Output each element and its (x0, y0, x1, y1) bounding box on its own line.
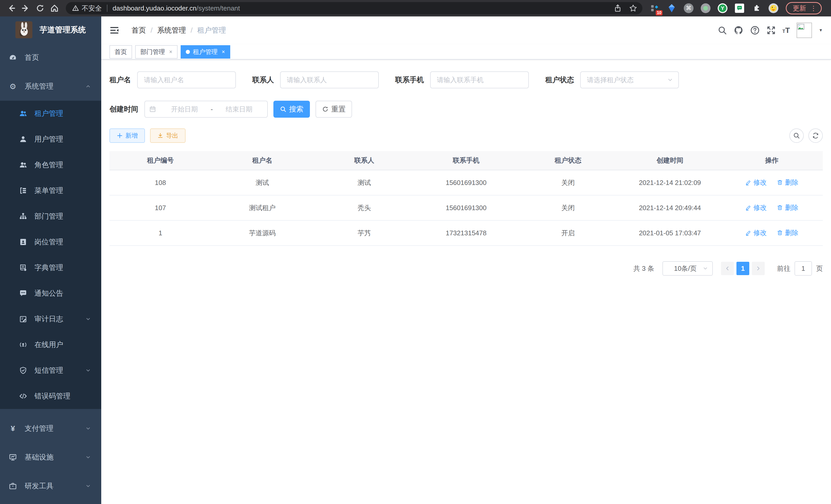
cell-status: 关闭 (517, 170, 619, 195)
sidebar-item-audit[interactable]: 审计日志 (0, 306, 101, 332)
mobile-input[interactable] (430, 71, 529, 88)
github-icon[interactable] (734, 25, 743, 35)
reset-button-label: 重置 (331, 104, 346, 114)
breadcrumb-separator: / (150, 26, 153, 34)
filter-row-2: 创建时间 开始日期 - 结束日期 (110, 101, 823, 118)
edit-link[interactable]: 修改 (745, 203, 767, 212)
cell-contact: 测试 (313, 170, 415, 195)
sidebar-collapse-icon[interactable] (110, 25, 119, 35)
current-page-button[interactable]: 1 (737, 262, 749, 275)
extension-kite-icon[interactable] (666, 3, 677, 13)
cell-tenant-name: 芋道源码 (211, 220, 314, 245)
reset-button[interactable]: 重置 (316, 101, 352, 118)
trash-icon (777, 205, 783, 211)
breadcrumb-home[interactable]: 首页 (132, 25, 146, 35)
sidebar-item-pay[interactable]: ¥ 支付管理 (0, 414, 101, 443)
browser-menu-dots-icon[interactable]: ⋮ (810, 4, 817, 12)
prev-page-button[interactable] (721, 262, 734, 275)
header-search-icon[interactable] (718, 26, 727, 35)
tabs-bar: 首页 部门管理 × 租户管理 × (101, 44, 831, 60)
search-button[interactable]: 搜索 (274, 101, 310, 118)
sidebar-item-devtool[interactable]: 研发工具 (0, 472, 101, 500)
cell-mobile: 15601691300 (415, 195, 517, 220)
tab-home[interactable]: 首页 (110, 45, 132, 59)
avatar[interactable] (797, 23, 812, 38)
browser-back-icon[interactable] (4, 1, 19, 16)
fullscreen-icon[interactable] (767, 26, 776, 35)
browser-forward-icon[interactable] (19, 1, 33, 16)
bookmark-star-icon[interactable] (629, 4, 637, 12)
contact-input[interactable] (280, 71, 379, 88)
tab-close-icon[interactable]: × (169, 49, 172, 55)
extension-puzzle-icon[interactable] (751, 3, 762, 13)
status-select[interactable]: 请选择租户状态 (580, 71, 679, 88)
delete-link[interactable]: 删除 (777, 178, 798, 187)
extension-emoji-icon[interactable] (768, 3, 779, 13)
export-button[interactable]: 导出 (150, 128, 185, 143)
refresh-table-icon[interactable] (808, 128, 823, 143)
sidebar-item-infra[interactable]: 基础设施 (0, 443, 101, 472)
delete-link[interactable]: 删除 (777, 228, 798, 237)
cell-mobile: 15601691300 (415, 170, 517, 195)
user-icon (19, 135, 27, 143)
sidebar-item-role[interactable]: 角色管理 (0, 152, 101, 178)
sidebar-item-user[interactable]: 用户管理 (0, 126, 101, 152)
date-start-placeholder[interactable]: 开始日期 (160, 105, 209, 114)
page-size-select[interactable]: 10条/页 (662, 261, 713, 276)
col-mobile: 联系手机 (415, 151, 517, 170)
sidebar-item-label: 在线用户 (34, 340, 63, 350)
date-end-placeholder[interactable]: 结束日期 (215, 105, 263, 114)
omnibox-divider (107, 5, 107, 12)
sidebar-item-errorcode[interactable]: 错误码管理 (0, 383, 101, 409)
cell-actions: 修改 删除 (721, 195, 823, 220)
sidebar-item-dict[interactable]: 字典管理 (0, 255, 101, 280)
tab-dept[interactable]: 部门管理 × (135, 45, 177, 59)
delete-link[interactable]: 删除 (777, 203, 798, 212)
browser-home-icon[interactable] (47, 1, 62, 16)
sidebar-item-notice[interactable]: 通知公告 (0, 280, 101, 306)
avatar-dropdown-caret-icon[interactable]: ▼ (819, 28, 823, 33)
active-tab-dot (186, 50, 190, 54)
address-bar[interactable]: 不安全 dashboard.yudao.iocoder.cn/system/te… (66, 2, 642, 14)
sidebar-item-sms[interactable]: 短信管理 (0, 358, 101, 383)
tab-close-icon[interactable]: × (222, 49, 225, 55)
cell-actions: 修改 删除 (721, 220, 823, 245)
tenant-name-input[interactable] (137, 71, 236, 88)
table-row: 107 测试租户 秃头 15601691300 关闭 2021-12-14 20… (110, 195, 823, 220)
sidebar-item-home[interactable]: 首页 (0, 43, 101, 72)
extension-chat-icon[interactable] (735, 3, 745, 13)
extension-blocker-icon[interactable]: 10 (650, 3, 660, 13)
font-size-icon[interactable]: TT (782, 26, 790, 35)
cell-tenant-id: 1 (110, 220, 211, 245)
browser-update-button[interactable]: 更新 ⋮ (786, 2, 822, 14)
share-icon[interactable] (613, 4, 622, 12)
tab-tenant[interactable]: 租户管理 × (181, 45, 230, 59)
edit-link[interactable]: 修改 (745, 178, 767, 187)
date-range-picker[interactable]: 开始日期 - 结束日期 (144, 101, 268, 118)
chevron-down-icon (703, 266, 708, 271)
show-search-toggle-icon[interactable] (790, 128, 804, 143)
add-button[interactable]: 新增 (110, 128, 145, 143)
extension-dot-icon[interactable] (700, 3, 711, 13)
sidebar-item-tenant[interactable]: 租户管理 (0, 101, 101, 126)
sidebar-item-system[interactable]: ⚙ 系统管理 (0, 72, 101, 101)
sidebar-item-dept[interactable]: 部门管理 (0, 203, 101, 229)
extension-y-icon[interactable]: Y (717, 3, 728, 13)
edit-pencil-icon (745, 205, 751, 211)
security-indicator[interactable]: 不安全 (72, 4, 102, 13)
edit-link[interactable]: 修改 (745, 228, 767, 237)
sidebar-item-online[interactable]: 在线用户 (0, 332, 101, 358)
sidebar-item-post[interactable]: 岗位管理 (0, 229, 101, 255)
app-logo-row[interactable]: 芋道管理系统 (0, 17, 101, 43)
goto-page-input[interactable] (795, 261, 812, 276)
edit-pencil-icon (745, 230, 751, 236)
cell-created: 2021-12-14 21:02:09 (619, 170, 721, 195)
browser-reload-icon[interactable] (33, 1, 47, 16)
sidebar-item-menu[interactable]: 菜单管理 (0, 178, 101, 203)
breadcrumb-system[interactable]: 系统管理 (157, 25, 186, 35)
extension-command-icon[interactable]: ⌘ (684, 3, 694, 13)
tab-label: 部门管理 (140, 48, 165, 56)
help-question-icon[interactable] (750, 25, 760, 35)
next-page-button[interactable] (752, 262, 765, 275)
chevron-up-icon (85, 84, 91, 89)
